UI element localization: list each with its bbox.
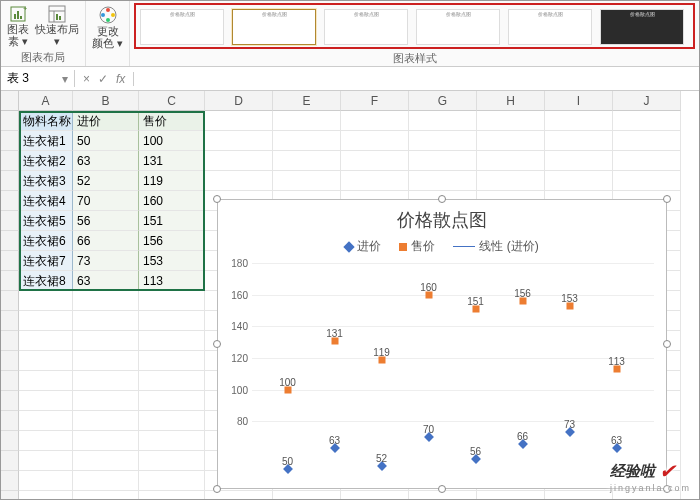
row-header[interactable] <box>1 131 19 151</box>
cell[interactable] <box>139 291 205 311</box>
cell[interactable]: 物料名称 <box>19 111 73 131</box>
cell[interactable]: 连衣裙2 <box>19 151 73 171</box>
cell[interactable]: 连衣裙1 <box>19 131 73 151</box>
chart-style-thumb[interactable]: 价格散点图 <box>600 9 684 45</box>
cell[interactable]: 153 <box>139 251 205 271</box>
row-header[interactable] <box>1 491 19 499</box>
cell[interactable] <box>19 471 73 491</box>
cell[interactable] <box>205 111 273 131</box>
cell[interactable] <box>19 491 73 499</box>
row-header[interactable] <box>1 151 19 171</box>
row-header[interactable] <box>1 451 19 471</box>
cell[interactable] <box>19 331 73 351</box>
chart-styles-gallery[interactable]: 价格散点图 价格散点图 价格散点图 价格散点图 价格散点图 价格散点图 <box>134 3 695 49</box>
cell[interactable]: 113 <box>139 271 205 291</box>
add-chart-element-button[interactable]: + 图表 素 ▾ <box>7 5 29 47</box>
cell[interactable] <box>409 151 477 171</box>
column-header[interactable]: G <box>409 91 477 111</box>
cell[interactable] <box>19 411 73 431</box>
cell[interactable] <box>73 411 139 431</box>
row-header[interactable] <box>1 391 19 411</box>
cell[interactable] <box>73 491 139 499</box>
chart-legend[interactable]: 进价 售价 线性 (进价) <box>218 238 666 255</box>
chevron-down-icon[interactable]: ▾ <box>62 72 68 86</box>
cell[interactable]: 160 <box>139 191 205 211</box>
cell[interactable]: 售价 <box>139 111 205 131</box>
chart-style-thumb[interactable]: 价格散点图 <box>140 9 224 45</box>
column-header[interactable]: F <box>341 91 409 111</box>
cell[interactable]: 70 <box>73 191 139 211</box>
column-header[interactable]: H <box>477 91 545 111</box>
cell[interactable] <box>205 171 273 191</box>
cell[interactable] <box>19 451 73 471</box>
cell[interactable] <box>73 451 139 471</box>
cell[interactable] <box>73 291 139 311</box>
chart-style-thumb[interactable]: 价格散点图 <box>324 9 408 45</box>
chart-plot-area[interactable]: 1801601401201008050635270566673631001311… <box>252 263 654 453</box>
worksheet-area[interactable]: ABCDEFGHIJ物料名称进价售价连衣裙150100连衣裙263131连衣裙3… <box>1 91 699 499</box>
cell[interactable]: 连衣裙8 <box>19 271 73 291</box>
cell[interactable]: 151 <box>139 211 205 231</box>
row-header[interactable] <box>1 111 19 131</box>
cell[interactable] <box>139 351 205 371</box>
cell[interactable]: 63 <box>73 151 139 171</box>
chart-style-thumb[interactable]: 价格散点图 <box>508 9 592 45</box>
cell[interactable] <box>73 311 139 331</box>
cell[interactable] <box>477 491 545 499</box>
change-colors-button[interactable]: 更改 颜色 ▾ <box>92 5 123 49</box>
cell[interactable] <box>73 391 139 411</box>
chart-style-thumb[interactable]: 价格散点图 <box>232 9 316 45</box>
cell[interactable] <box>19 291 73 311</box>
column-header[interactable]: J <box>613 91 681 111</box>
cell[interactable]: 73 <box>73 251 139 271</box>
cell[interactable] <box>477 131 545 151</box>
cell[interactable] <box>409 111 477 131</box>
row-header[interactable] <box>1 211 19 231</box>
cell[interactable] <box>19 371 73 391</box>
cell[interactable] <box>273 131 341 151</box>
cell[interactable]: 156 <box>139 231 205 251</box>
cell[interactable]: 66 <box>73 231 139 251</box>
cell[interactable] <box>545 111 613 131</box>
cell[interactable] <box>341 131 409 151</box>
cell[interactable] <box>409 131 477 151</box>
cell[interactable]: 52 <box>73 171 139 191</box>
cell[interactable] <box>273 171 341 191</box>
row-header[interactable] <box>1 331 19 351</box>
row-header[interactable] <box>1 191 19 211</box>
cell[interactable]: 进价 <box>73 111 139 131</box>
cell[interactable] <box>139 331 205 351</box>
quick-layout-button[interactable]: 快速布局 ▾ <box>35 5 79 47</box>
cell[interactable] <box>73 471 139 491</box>
chart-title[interactable]: 价格散点图 <box>218 208 666 232</box>
row-header[interactable] <box>1 411 19 431</box>
row-header[interactable] <box>1 371 19 391</box>
cell[interactable] <box>73 331 139 351</box>
row-header[interactable] <box>1 471 19 491</box>
column-header[interactable]: B <box>73 91 139 111</box>
cell[interactable] <box>341 171 409 191</box>
cell[interactable] <box>477 111 545 131</box>
cell[interactable] <box>139 371 205 391</box>
cell[interactable] <box>139 451 205 471</box>
cell[interactable] <box>73 371 139 391</box>
cell[interactable] <box>545 491 613 499</box>
cell[interactable] <box>341 151 409 171</box>
cancel-icon[interactable]: × <box>83 72 90 86</box>
cell[interactable] <box>205 151 273 171</box>
cell[interactable] <box>341 111 409 131</box>
row-header[interactable] <box>1 291 19 311</box>
cell[interactable] <box>613 131 681 151</box>
cell[interactable] <box>545 171 613 191</box>
cell[interactable] <box>19 431 73 451</box>
column-header[interactable]: C <box>139 91 205 111</box>
cell[interactable] <box>139 431 205 451</box>
row-header[interactable] <box>1 171 19 191</box>
column-header[interactable]: A <box>19 91 73 111</box>
cell[interactable]: 56 <box>73 211 139 231</box>
cell[interactable] <box>477 151 545 171</box>
cell[interactable] <box>613 151 681 171</box>
cell[interactable] <box>613 171 681 191</box>
fx-icon[interactable]: fx <box>116 72 125 86</box>
cell[interactable]: 连衣裙5 <box>19 211 73 231</box>
